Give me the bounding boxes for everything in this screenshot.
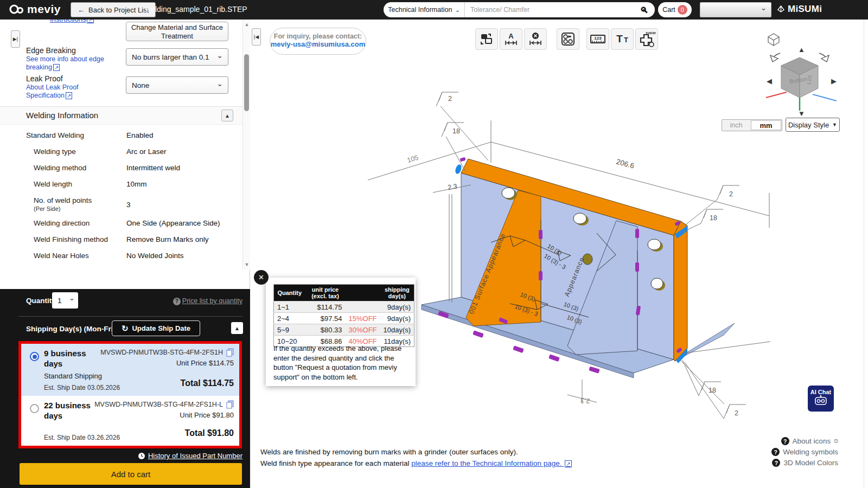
quantity-select[interactable]: 1: [52, 292, 78, 309]
shipping-options-box: 9 business days Standard Shipping Est. S…: [18, 341, 242, 448]
rotate-right-icon[interactable]: ▶: [831, 77, 837, 85]
misumi-logo-icon: [777, 5, 785, 14]
edge-breaking-select[interactable]: No burrs larger than 0.1: [126, 48, 228, 66]
rotate-down-icon[interactable]: ▼: [798, 110, 805, 118]
meviy-logo[interactable]: meviy: [9, 3, 61, 16]
price-list-popup: ✕ Quantity unit price(excl. tax) shippin…: [254, 270, 418, 388]
rotate-up-icon[interactable]: ▲: [798, 46, 805, 54]
shipping-days-title: Shipping Day(s) (Mon-Fri): [26, 325, 116, 333]
measure-button[interactable]: 123: [586, 28, 609, 50]
svg-text:A: A: [508, 32, 514, 40]
welding-information-header: Welding Information ▲: [0, 106, 242, 125]
shipping-collapse-button[interactable]: ▲: [231, 322, 243, 334]
back-to-project-list-button[interactable]: ← Back to Project List: [71, 2, 156, 17]
wall-end-face: [674, 221, 687, 361]
welding-collapse-button[interactable]: ▲: [221, 110, 233, 121]
welding-row: Standard Welding Enabled: [0, 131, 242, 147]
svg-text:T: T: [616, 33, 623, 44]
copy-icon[interactable]: [226, 400, 234, 411]
leak-proof-info-link[interactable]: About Leak Proof Specification↗: [26, 84, 118, 100]
about-icons-link[interactable]: ? About icons⧉: [781, 437, 838, 445]
edge-breaking-info-link[interactable]: See more info about edge breaking↗: [26, 55, 118, 72]
part-number: MVSWD-PNMUTW3B-STG-4FM-2FS1H-L: [94, 401, 223, 408]
hole-info-button[interactable]: [557, 28, 579, 50]
display-style-select[interactable]: Display Style▼: [786, 118, 840, 132]
weld-note-1: Welds are finished by removing burn mark…: [260, 448, 518, 456]
unit-inch[interactable]: inch: [722, 120, 750, 131]
welding-row: Weld Finishing method Remove Burn Marks …: [0, 235, 242, 252]
history-part-number-link[interactable]: History of Issued Part Number: [138, 452, 242, 460]
update-ship-date-button[interactable]: ↻ Update Ship Date: [112, 320, 200, 336]
inquiry-email-link[interactable]: meviy-usa@misumiusa.com: [270, 40, 366, 48]
price-row: 2~4$97.5415%OFF9day(s): [274, 313, 414, 324]
scrollbar-thumb[interactable]: [244, 54, 249, 111]
price-row: 1~1$114.759day(s): [274, 301, 414, 313]
svg-text:18: 18: [452, 127, 460, 135]
cart-button[interactable]: Cart 0: [658, 2, 692, 17]
cube-icon: [768, 34, 779, 46]
swap-view-button[interactable]: [475, 28, 498, 50]
meviy-logo-icon: [9, 3, 25, 15]
technical-info-link[interactable]: please refer to the Technical Informatio…: [411, 459, 572, 467]
total-price: Total $91.80: [185, 428, 234, 438]
external-link-icon: ↗: [565, 460, 571, 467]
total-price: Total $114.75: [181, 378, 234, 388]
welding-row: No. of weld points (Per Side) 3: [0, 196, 242, 213]
price-list-table: Quantity unit price(excl. tax) shippingd…: [273, 284, 414, 347]
radio-selected[interactable]: [30, 352, 39, 361]
search-category-select[interactable]: Technical Information⌄: [384, 2, 465, 17]
scroll-up-icon[interactable]: ▲: [244, 22, 250, 27]
shipping-option-economy[interactable]: 22 business days Est. Ship Date 03.26.20…: [21, 396, 239, 446]
leak-proof-select[interactable]: None: [126, 76, 228, 94]
cart-count-badge: 0: [678, 5, 687, 15]
search-icon[interactable]: 🔍︎: [640, 5, 648, 15]
model-colors-link[interactable]: ? 3D Model Colors: [772, 459, 838, 467]
order-section: Quantity 1 ?Price list by quantity Shipp…: [0, 289, 250, 488]
viewer-area: |◀ For inquiry, please contact: meviy-us…: [251, 20, 868, 488]
six-views-button[interactable]: 6VIEWS: [635, 28, 658, 50]
question-icon: ?: [772, 459, 780, 467]
copy-icon[interactable]: [226, 348, 234, 359]
welding-information-title: Welding Information: [26, 111, 98, 120]
panel-collapse-handle[interactable]: ▶|: [11, 30, 20, 48]
viewer-collapse-handle[interactable]: |◀: [252, 28, 261, 46]
robot-icon: [814, 395, 828, 406]
welding-row: Weld Near Holes No Welded Joints: [0, 252, 242, 268]
svg-text:18: 18: [709, 387, 716, 394]
svg-text:18: 18: [710, 214, 717, 222]
change-material-button[interactable]: Change Material and Surface Treatment: [126, 22, 228, 41]
divider: [864, 20, 864, 488]
external-link-icon: ↗: [53, 64, 60, 71]
welding-symbols-link[interactable]: ? Welding symbols: [771, 448, 838, 456]
divider: [18, 316, 242, 317]
configuration-panel: Instructions↗ ▶| Change Material and Sur…: [0, 20, 250, 488]
brand-text: meviy: [27, 3, 61, 16]
refresh-icon: ↻: [122, 324, 129, 333]
welding-row: Welding direction One Side (Appearance S…: [0, 219, 242, 235]
welding-row: Weld length 10mm: [0, 180, 242, 196]
account-select[interactable]: [700, 2, 771, 17]
welding-row: Welding type Arc or Laser: [0, 147, 242, 164]
dimension-text-button[interactable]: A: [500, 28, 522, 50]
svg-text:123: 123: [594, 36, 602, 41]
scroll-down-icon[interactable]: ▼: [244, 262, 250, 267]
shipping-option-standard[interactable]: 9 business days Standard Shipping Est. S…: [21, 344, 239, 396]
weld-note-2: Weld finish type appearance for each mat…: [260, 459, 572, 467]
misumi-logo: MiSUMi: [777, 4, 822, 15]
inquiry-contact: For inquiry, please contact: meviy-usa@m…: [270, 28, 366, 55]
unit-mm[interactable]: mm: [751, 120, 781, 130]
rotate-left-icon[interactable]: ◀: [767, 77, 772, 85]
ai-chat-button[interactable]: AI Chat: [808, 386, 834, 412]
text-size-button[interactable]: TT: [611, 28, 634, 50]
price-list-link[interactable]: ?Price list by quantity: [173, 297, 242, 305]
svg-text:2: 2: [735, 409, 738, 417]
panel-scrollbar[interactable]: ▲ ▼: [242, 20, 250, 269]
search-input[interactable]: [465, 6, 640, 14]
add-to-cart-button[interactable]: Add to cart: [20, 463, 242, 485]
dimension-remove-button[interactable]: [524, 28, 547, 50]
back-arrow-icon: ←: [78, 6, 85, 14]
radio-unselected[interactable]: [30, 404, 39, 413]
unit-toggle[interactable]: inch mm: [722, 119, 782, 131]
close-icon[interactable]: ✕: [254, 270, 269, 285]
quantity-label: Quantity: [26, 297, 56, 305]
